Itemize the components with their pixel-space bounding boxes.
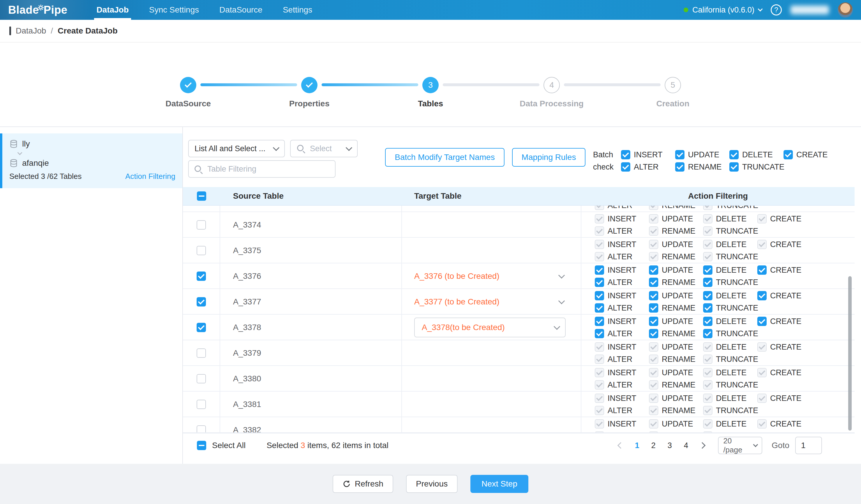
breadcrumb-parent[interactable]: DataJob (16, 26, 46, 36)
checkbox-truncate[interactable] (729, 162, 739, 172)
action-checkbox-delete[interactable]: DELETE (703, 289, 757, 302)
checkbox-insert[interactable] (621, 150, 630, 159)
action-checkbox-truncate[interactable]: TRUNCATE (703, 302, 757, 314)
batch-modify-target-names-button[interactable]: Batch Modify Target Names (385, 148, 505, 167)
row-checkbox[interactable] (196, 425, 206, 433)
action-checkbox-insert[interactable]: INSERT (595, 289, 649, 302)
next-step-button[interactable]: Next Step (470, 475, 528, 493)
checkbox-delete[interactable] (703, 265, 712, 275)
checkbox-rename[interactable] (649, 329, 658, 338)
action-checkbox-create[interactable]: CREATE (757, 264, 811, 276)
checkbox-create[interactable] (757, 317, 767, 326)
action-checkbox-truncate[interactable]: TRUNCATE (703, 327, 757, 340)
action-checkbox-delete[interactable]: DELETE (703, 264, 757, 276)
row-checkbox[interactable] (196, 220, 206, 230)
checkbox-rename[interactable] (675, 162, 684, 172)
nav-item-datajob[interactable]: DataJob (94, 0, 131, 20)
action-checkbox-create[interactable]: CREATE (757, 315, 811, 327)
table-filter-input[interactable] (188, 160, 336, 178)
checkbox-truncate[interactable] (703, 329, 712, 338)
checkbox-rename[interactable] (649, 278, 658, 287)
action-checkbox-rename[interactable]: RENAME (649, 327, 703, 340)
checkbox-alter[interactable] (595, 303, 604, 313)
checkbox-insert[interactable] (595, 291, 604, 300)
row-checkbox[interactable] (196, 374, 206, 383)
action-checkbox-alter[interactable]: ALTER (595, 327, 649, 340)
action-checkbox-update[interactable]: UPDATE (649, 264, 703, 276)
checkbox-create[interactable] (757, 291, 767, 300)
table-scrollbar-thumb[interactable] (848, 276, 852, 431)
action-checkbox-truncate[interactable]: TRUNCATE (703, 276, 757, 288)
action-checkbox-insert[interactable]: INSERT (595, 315, 649, 327)
checkbox-create[interactable] (757, 265, 767, 275)
chevron-down-icon[interactable] (558, 298, 565, 304)
row-checkbox[interactable] (196, 272, 206, 281)
avatar[interactable] (838, 2, 853, 17)
target-table-name[interactable]: A_3377 (to be Created) (414, 297, 500, 307)
row-checkbox[interactable] (196, 349, 206, 358)
page-button-3[interactable]: 3 (662, 437, 677, 454)
nav-item-sync-settings[interactable]: Sync Settings (147, 0, 201, 20)
page-button-1[interactable]: 1 (629, 437, 645, 454)
list-mode-dropdown[interactable]: List All and Select ... (188, 140, 285, 157)
page-button-2[interactable]: 2 (646, 437, 661, 454)
previous-button[interactable]: Previous (406, 475, 457, 493)
action-checkbox-delete[interactable]: DELETE (703, 315, 757, 327)
row-checkbox[interactable] (196, 297, 206, 307)
select-all-checkbox[interactable] (197, 441, 206, 450)
action-checkbox-rename[interactable]: RENAME (675, 161, 729, 173)
page-size-select[interactable]: 20 /page (718, 437, 762, 454)
page-button-4[interactable]: 4 (678, 437, 694, 454)
nav-item-settings[interactable]: Settings (281, 0, 315, 20)
checkbox-delete[interactable] (703, 317, 712, 326)
chevron-down-icon[interactable] (558, 272, 565, 279)
prev-page-button[interactable] (613, 437, 628, 454)
checkbox-update[interactable] (649, 291, 658, 300)
action-checkbox-truncate[interactable]: TRUNCATE (729, 161, 783, 173)
action-checkbox-create[interactable]: CREATE (783, 149, 838, 161)
action-checkbox-insert[interactable]: INSERT (621, 149, 675, 161)
table-row-a-3376: A_3376A_3376 (to be Created)INSERTALTERU… (183, 263, 855, 289)
action-checkbox-alter[interactable]: ALTER (595, 276, 649, 288)
checkbox-insert[interactable] (595, 317, 604, 326)
checkbox-update[interactable] (649, 265, 658, 275)
checkbox-alter[interactable] (595, 278, 604, 287)
checkbox-update[interactable] (675, 150, 684, 159)
action-checkbox-insert[interactable]: INSERT (595, 264, 649, 276)
refresh-button[interactable]: Refresh (333, 475, 393, 493)
target-table-name[interactable]: A_3376 (to be Created) (414, 272, 500, 281)
action-checkbox-update[interactable]: UPDATE (649, 289, 703, 302)
next-page-button[interactable] (695, 437, 710, 454)
region-selector[interactable]: California (v0.6.0) (684, 5, 762, 15)
checkbox-alter[interactable] (595, 329, 604, 338)
checkbox-delete[interactable] (703, 291, 712, 300)
action-checkbox-alter[interactable]: ALTER (595, 302, 649, 314)
action-checkbox-create[interactable]: CREATE (757, 289, 811, 302)
checkbox-rename[interactable] (649, 303, 658, 313)
nav-item-datasource[interactable]: DataSource (217, 0, 265, 20)
action-checkbox-rename[interactable]: RENAME (649, 276, 703, 288)
checkbox-create[interactable] (783, 150, 793, 159)
action-checkbox-delete[interactable]: DELETE (729, 149, 783, 161)
target-table-select[interactable]: A_3378(to be Created) (414, 317, 566, 337)
action-checkbox-rename[interactable]: RENAME (649, 302, 703, 314)
action-checkbox-alter[interactable]: ALTER (621, 161, 675, 173)
action-checkbox-update[interactable]: UPDATE (649, 315, 703, 327)
row-checkbox[interactable] (196, 400, 206, 409)
row-checkbox[interactable] (196, 323, 206, 332)
checkbox-delete[interactable] (729, 150, 739, 159)
action-filtering-link[interactable]: Action Filtering (125, 172, 175, 181)
checkbox-truncate[interactable] (703, 278, 712, 287)
mapping-rules-button[interactable]: Mapping Rules (512, 148, 586, 167)
select-all-header-checkbox[interactable] (197, 191, 206, 201)
checkbox-alter[interactable] (621, 162, 630, 172)
select-dropdown[interactable]: Select (290, 140, 358, 157)
row-checkbox[interactable] (196, 246, 206, 255)
datasource-pair-card[interactable]: lly afanqie Selected 3 /62 Tables Action… (0, 133, 182, 188)
goto-page-input[interactable] (795, 437, 822, 454)
checkbox-update[interactable] (649, 317, 658, 326)
checkbox-insert[interactable] (595, 265, 604, 275)
action-checkbox-update[interactable]: UPDATE (675, 149, 729, 161)
help-button[interactable]: ? (771, 4, 782, 15)
checkbox-truncate[interactable] (703, 303, 712, 313)
